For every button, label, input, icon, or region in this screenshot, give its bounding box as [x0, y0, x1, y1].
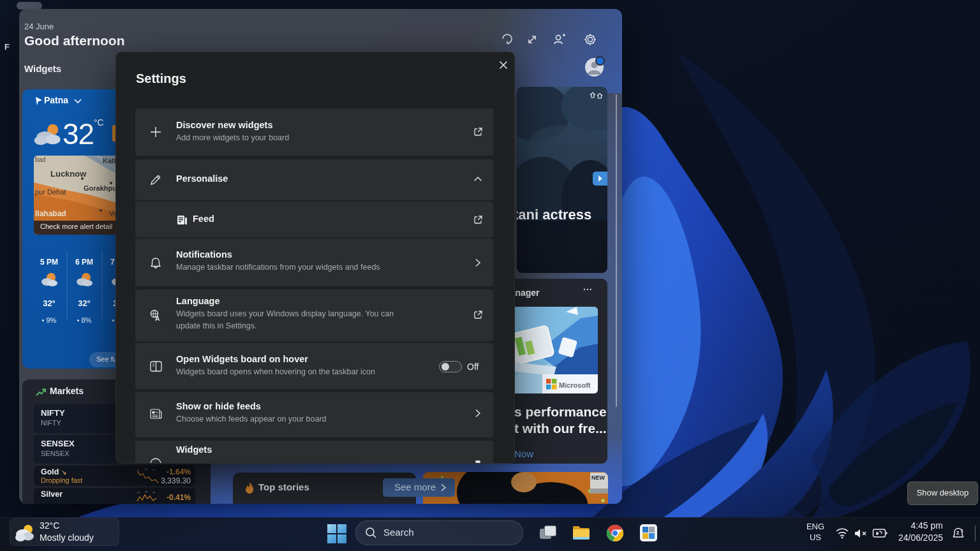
svg-text:Lucknow: Lucknow [50, 169, 87, 179]
svg-text:z: z [961, 528, 963, 533]
svg-text:z: z [956, 529, 960, 536]
svg-text:Gorakhpur: Gorakhpur [84, 184, 120, 192]
svg-text:A: A [155, 315, 160, 321]
svg-text:Microsoft: Microsoft [559, 381, 591, 389]
svg-text:bad: bad [35, 156, 46, 163]
svg-text:pur Dehat: pur Dehat [35, 188, 66, 196]
svg-text:llahabad: llahabad [35, 209, 66, 218]
svg-text:NEW: NEW [591, 474, 605, 481]
